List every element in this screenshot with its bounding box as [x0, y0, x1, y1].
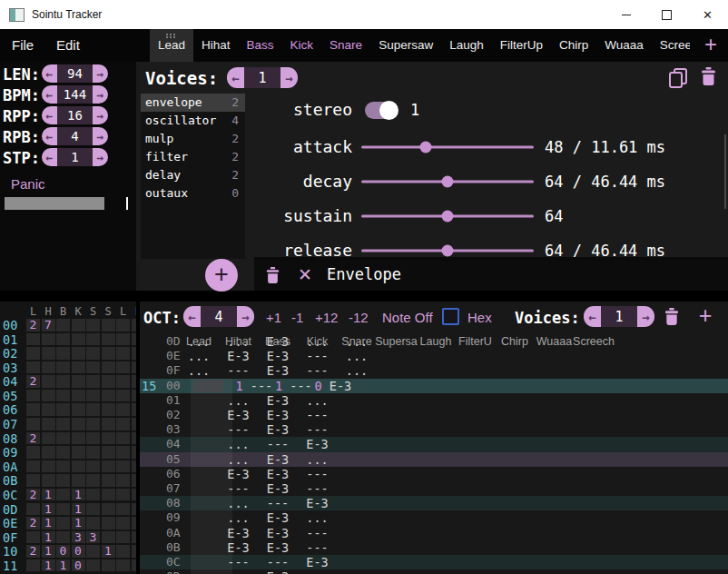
order-cell[interactable] — [132, 545, 137, 558]
tab-kick[interactable]: Kick — [282, 29, 322, 62]
bpm-spinner-decrement[interactable]: ← — [42, 85, 57, 104]
order-cell[interactable] — [56, 531, 70, 544]
tab-wuaaa[interactable]: Wuaaa — [596, 29, 652, 62]
order-cell[interactable] — [132, 559, 137, 572]
tab-screech[interactable]: Screech — [652, 29, 690, 62]
note-off-button[interactable]: Note Off — [382, 310, 433, 325]
order-cell[interactable] — [102, 489, 115, 501]
order-cell[interactable] — [86, 460, 100, 473]
order-cell[interactable]: 1 — [42, 503, 55, 516]
stp-spinner-increment[interactable]: → — [93, 148, 108, 166]
transpose-plus1[interactable]: +1 — [266, 310, 281, 325]
order-cell[interactable] — [116, 517, 130, 529]
order-cell[interactable] — [102, 474, 115, 487]
track-voices-spinner-value[interactable]: 1 — [601, 306, 637, 327]
pattern-cell[interactable]: --- — [299, 526, 337, 540]
order-cell[interactable]: 0 — [72, 559, 85, 572]
pattern-cell[interactable]: E-3 — [299, 437, 337, 451]
len-spinner-value[interactable]: 94 — [57, 64, 93, 83]
order-cell[interactable]: 1 — [56, 559, 70, 572]
order-cell[interactable] — [116, 347, 130, 360]
pattern-cell[interactable]: --- — [259, 555, 297, 569]
order-cell[interactable]: 0 — [72, 545, 85, 558]
order-cell[interactable] — [102, 390, 115, 402]
rpb-spinner-value[interactable]: 4 — [57, 127, 93, 145]
transpose-minus12[interactable]: -12 — [349, 310, 369, 325]
order-cell[interactable] — [116, 390, 130, 402]
pattern-cell[interactable]: E-3 — [259, 526, 297, 540]
order-cell[interactable] — [102, 460, 115, 473]
order-cell[interactable] — [26, 474, 40, 487]
order-cell[interactable] — [102, 517, 115, 529]
order-cell[interactable] — [26, 333, 40, 346]
order-cell[interactable] — [86, 390, 100, 402]
order-cell[interactable] — [132, 319, 137, 332]
order-cell[interactable] — [86, 446, 100, 459]
order-cell[interactable] — [56, 347, 70, 360]
order-cell[interactable] — [56, 446, 70, 459]
order-cell[interactable] — [132, 375, 137, 388]
menu-file[interactable]: File — [12, 29, 34, 62]
order-cell[interactable] — [42, 418, 55, 430]
order-cell[interactable]: 2 — [26, 319, 40, 332]
order-cell[interactable] — [42, 390, 55, 402]
order-cell[interactable] — [72, 333, 85, 346]
pattern-cursor-cell[interactable] — [193, 380, 223, 392]
order-cell[interactable] — [116, 460, 130, 473]
order-cell[interactable] — [26, 347, 40, 360]
order-cell[interactable]: 2 — [26, 517, 40, 529]
pattern-cell[interactable]: ... — [220, 452, 258, 467]
rpb-spinner-decrement[interactable]: ← — [42, 127, 57, 145]
order-cell[interactable] — [56, 319, 70, 332]
pattern-cell[interactable]: --- — [299, 408, 337, 422]
pattern-cell[interactable]: E-3 — [259, 363, 297, 378]
pattern-cell[interactable]: ... — [220, 437, 258, 451]
delete-track-button[interactable] — [664, 307, 680, 326]
order-cell[interactable] — [26, 531, 40, 544]
pattern-cell[interactable]: --- — [220, 555, 258, 569]
order-cell[interactable] — [102, 375, 115, 388]
order-cell[interactable]: 2 — [26, 375, 40, 388]
pattern-cell[interactable]: ... — [220, 510, 258, 525]
maximize-button[interactable] — [646, 0, 687, 29]
pattern-cell[interactable]: ... — [180, 363, 218, 378]
pattern-cell[interactable]: E-3 — [220, 540, 258, 555]
order-cell[interactable] — [42, 361, 55, 374]
pattern-cell[interactable]: --- — [220, 363, 258, 378]
order-cell[interactable] — [116, 559, 130, 572]
order-cell[interactable]: 1 — [72, 503, 85, 516]
pattern-cell[interactable]: E-3 — [259, 408, 297, 422]
order-cell[interactable]: 3 — [72, 531, 85, 544]
order-cell[interactable] — [26, 446, 40, 459]
pattern-cell[interactable]: --- — [299, 349, 337, 363]
order-cell[interactable] — [86, 319, 100, 332]
order-cell[interactable] — [102, 559, 115, 572]
order-cell[interactable] — [102, 403, 115, 416]
order-cell[interactable] — [102, 347, 115, 360]
order-cell[interactable] — [132, 446, 137, 459]
order-cell[interactable] — [86, 474, 100, 487]
order-cell[interactable]: 1 — [42, 489, 55, 501]
pattern-cell[interactable]: --- — [259, 496, 297, 510]
pattern-cell[interactable]: E-3 — [299, 555, 337, 569]
release-slider-knob[interactable] — [442, 245, 454, 257]
order-cell[interactable] — [132, 531, 137, 544]
order-cell[interactable] — [132, 503, 137, 516]
order-cell[interactable] — [72, 319, 85, 332]
instrument-voices-spinner-decrement[interactable]: ← — [227, 67, 244, 88]
hex-checkbox[interactable] — [442, 308, 459, 325]
sustain-slider-knob[interactable] — [442, 211, 454, 223]
rpp-spinner-decrement[interactable]: ← — [42, 106, 57, 124]
add-track-button[interactable]: + — [694, 303, 717, 327]
len-spinner-decrement[interactable]: ← — [42, 64, 57, 83]
pattern-cell[interactable]: --- — [299, 540, 337, 555]
track-voices-spinner-increment[interactable]: → — [637, 306, 654, 327]
order-cell[interactable] — [132, 517, 137, 529]
pattern-cell[interactable]: E-3 — [259, 422, 297, 437]
pattern-cell[interactable]: ... — [299, 452, 337, 467]
order-cell[interactable] — [116, 489, 130, 501]
order-cell[interactable] — [42, 474, 55, 487]
pattern-cell[interactable]: E-3 — [259, 393, 297, 408]
pattern-cell[interactable]: E-3 — [220, 467, 258, 481]
order-cell[interactable] — [56, 474, 70, 487]
